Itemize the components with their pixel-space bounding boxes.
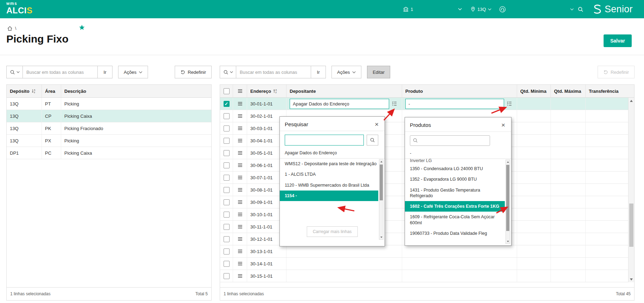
menu-icon[interactable] [238,126,243,130]
cell-qtd-minima[interactable] [517,245,551,257]
support-button[interactable] [499,0,506,18]
cell-qtd-maxima[interactable] [551,208,586,220]
menu-icon[interactable] [238,225,243,229]
scrollbar-thumb[interactable] [506,165,509,231]
cell-depositante[interactable] [286,258,402,270]
cell-qtd-minima[interactable] [517,147,551,159]
depositante-lookup-icon[interactable] [390,99,399,108]
search-scope-dropdown[interactable] [7,66,23,78]
row-checkbox[interactable] [224,125,230,131]
company-dropdown[interactable] [458,0,462,18]
table-row-selected[interactable]: 30-01-1-01 [220,98,628,110]
cell-qtd-maxima[interactable] [551,159,586,171]
table-row[interactable]: 30-13-1-01 [220,245,628,258]
column-header-area[interactable]: Área [42,85,61,97]
column-header-transferencia[interactable]: Transferência [586,85,634,97]
cell-transferencia[interactable] [586,208,628,220]
left-go-button[interactable]: Ir [97,66,112,78]
row-checkbox[interactable] [224,249,230,254]
popup-scrollbar[interactable] [505,160,510,244]
cell-produto[interactable] [402,258,517,270]
scroll-down-button[interactable] [506,239,510,244]
global-search-button[interactable] [578,0,584,18]
scroll-down-button[interactable] [629,276,634,282]
select-all-checkbox[interactable] [224,88,230,94]
column-header-depositante[interactable]: Depositante [286,85,402,97]
column-header-endereco[interactable]: Endereço AZ [247,85,286,97]
edit-button[interactable]: Editar [367,66,390,78]
home-icon[interactable] [7,26,13,31]
location-selector[interactable]: 13Q [470,0,491,18]
column-header-produto[interactable]: Produto [402,85,517,97]
cell-produto[interactable] [402,270,517,282]
menu-icon[interactable] [238,102,243,106]
cell-transferencia[interactable] [586,122,628,134]
cell-transferencia[interactable] [586,196,628,208]
table-row[interactable]: 13Q CP Picking Caixa [7,110,211,122]
pesquisar-search-input[interactable] [285,135,364,146]
cell-qtd-maxima[interactable] [551,122,586,134]
app-logo[interactable]: wms ALCIS [6,1,33,15]
popup-list-item[interactable]: 1 - ALCIS LTDA [280,169,378,180]
cell-qtd-minima[interactable] [517,270,551,282]
right-reset-button[interactable]: Redefinir [598,66,635,78]
scrollbar-thumb[interactable] [380,165,383,200]
left-search-input[interactable] [23,66,97,78]
popup-list-item[interactable]: 1609 - Refrigerante Coca-Cola Sem Açúcar… [405,212,505,228]
row-checkbox[interactable] [224,224,230,230]
row-checkbox[interactable] [224,273,230,279]
popup-list-item[interactable]: 1154 - [280,191,378,201]
table-row[interactable]: 13Q PK Picking Fracionado [7,122,211,135]
cell-qtd-minima[interactable] [517,110,551,122]
row-checkbox[interactable] [224,101,230,107]
cell-qtd-maxima[interactable] [551,184,586,196]
cell-qtd-minima[interactable] [517,208,551,220]
cell-qtd-maxima[interactable] [551,245,586,257]
search-scope-dropdown[interactable] [220,66,236,78]
scroll-down-button[interactable] [379,235,383,239]
cell-transferencia[interactable] [586,233,628,245]
produto-lookup-icon[interactable] [505,99,514,108]
pinned-option[interactable]: - [405,149,511,159]
save-button[interactable]: Salvar [604,34,632,47]
cell-qtd-maxima[interactable] [551,135,586,147]
pesquisar-search-button[interactable] [367,135,378,146]
cell-qtd-minima[interactable] [517,221,551,233]
cell-transferencia[interactable] [586,159,628,171]
cell-qtd-maxima[interactable] [551,270,586,282]
right-go-button[interactable]: Ir [311,66,326,78]
table-row[interactable]: 13Q PT Picking [7,98,211,110]
scroll-up-button[interactable] [506,160,510,164]
cell-transferencia[interactable] [586,270,628,282]
popup-scrollbar[interactable] [379,159,384,240]
column-header-deposito[interactable]: Depósito AZ [7,85,42,97]
cell-transferencia[interactable] [586,135,628,147]
cell-qtd-minima[interactable] [517,172,551,183]
popup-list-item[interactable]: Inverter LG [405,159,505,163]
menu-icon[interactable] [238,274,243,278]
menu-icon[interactable] [238,262,243,266]
row-checkbox[interactable] [224,113,230,119]
user-dropdown[interactable] [570,0,574,18]
cell-qtd-minima[interactable] [517,122,551,134]
right-actions-button[interactable]: Ações [331,66,361,78]
cell-qtd-minima[interactable] [517,159,551,171]
cell-qtd-maxima[interactable] [551,98,586,110]
cell-qtd-minima[interactable] [517,184,551,196]
menu-icon[interactable] [238,212,243,217]
cell-transferencia[interactable] [586,147,628,159]
scroll-up-button[interactable] [629,98,634,104]
cell-qtd-maxima[interactable] [551,110,586,122]
row-checkbox[interactable] [224,150,230,156]
table-row[interactable]: 30-14-1-01 [220,258,628,270]
menu-icon[interactable] [238,163,243,167]
cell-transferencia[interactable] [586,184,628,196]
cell-qtd-maxima[interactable] [551,196,586,208]
cell-transferencia[interactable] [586,245,628,257]
pinned-option[interactable]: Apagar Dados do Endereço [280,149,385,159]
popup-list-item[interactable]: 1602 - Café Três Corações Extra Forte 1K… [405,201,505,212]
menu-icon[interactable] [238,249,243,253]
table-row[interactable]: 30-15-1-01 [220,270,628,282]
row-checkbox[interactable] [224,187,230,193]
menu-icon[interactable] [238,114,243,118]
